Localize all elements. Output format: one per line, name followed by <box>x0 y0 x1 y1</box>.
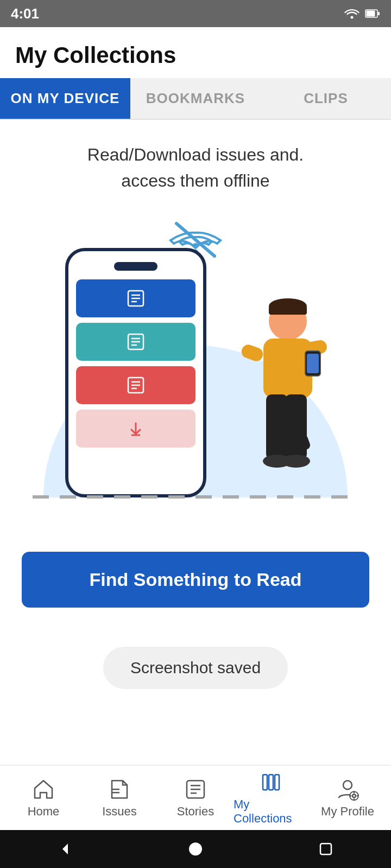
svg-rect-38 <box>263 775 267 790</box>
illustration <box>33 215 358 530</box>
ground-line <box>33 495 358 499</box>
page-title: My Collections <box>15 42 376 68</box>
phone-card-1 <box>76 279 195 317</box>
screenshot-toast: Screenshot saved <box>103 647 288 689</box>
my-collections-icon <box>260 770 283 794</box>
phone-card-3 <box>76 366 195 404</box>
nav-issues[interactable]: Issues <box>81 777 157 819</box>
home-icon <box>31 777 55 801</box>
recents-button[interactable] <box>316 839 336 859</box>
issues-icon <box>108 777 131 801</box>
tagline-text: Read/Download issues and.access them off… <box>87 142 304 194</box>
nav-home-label: Home <box>28 805 60 819</box>
person-illustration <box>223 294 331 500</box>
svg-rect-2 <box>367 11 375 17</box>
phone-card-2 <box>76 323 195 361</box>
tab-on-my-device[interactable]: ON MY DEVICE <box>0 78 130 119</box>
svg-point-0 <box>351 16 354 19</box>
svg-marker-48 <box>62 844 68 854</box>
page-header: My Collections <box>0 27 391 78</box>
status-bar: 4:01 <box>0 0 391 27</box>
nav-issues-label: Issues <box>102 805 137 819</box>
my-profile-icon <box>336 777 360 801</box>
bottom-nav: Home Issues Stories My Collections <box>0 765 391 830</box>
nav-my-collections[interactable]: My Collections <box>234 770 310 826</box>
svg-rect-3 <box>378 12 380 15</box>
stories-icon <box>184 777 207 801</box>
status-icons <box>344 8 380 20</box>
main-content: Read/Download issues and.access them off… <box>0 120 391 765</box>
find-something-button[interactable]: Find Something to Read <box>22 552 369 608</box>
back-button[interactable] <box>55 839 75 859</box>
wifi-icon <box>344 8 360 20</box>
svg-point-30 <box>282 455 310 468</box>
home-button[interactable] <box>186 839 205 859</box>
nav-my-collections-label: My Collections <box>234 797 310 826</box>
svg-rect-26 <box>307 354 319 373</box>
svg-rect-39 <box>269 775 273 790</box>
tab-clips[interactable]: CLIPS <box>261 78 391 119</box>
svg-rect-40 <box>275 775 279 790</box>
nav-home[interactable]: Home <box>5 777 81 819</box>
svg-point-41 <box>343 781 352 789</box>
phone-notch <box>114 262 157 271</box>
nav-stories[interactable]: Stories <box>157 777 234 819</box>
tab-bookmarks[interactable]: BOOKMARKS <box>130 78 261 119</box>
svg-rect-23 <box>239 343 264 363</box>
phone-illustration <box>65 248 206 497</box>
svg-rect-50 <box>320 844 331 854</box>
svg-rect-21 <box>269 306 307 315</box>
nav-my-profile[interactable]: My Profile <box>310 777 386 819</box>
svg-point-49 <box>189 843 202 856</box>
battery-icon <box>365 8 380 20</box>
svg-rect-27 <box>266 394 288 459</box>
phone-card-4 <box>76 410 195 448</box>
system-nav <box>0 830 391 868</box>
nav-stories-label: Stories <box>177 805 214 819</box>
tabs-container: ON MY DEVICE BOOKMARKS CLIPS <box>0 78 391 120</box>
status-time: 4:01 <box>11 5 39 22</box>
nav-my-profile-label: My Profile <box>321 805 374 819</box>
